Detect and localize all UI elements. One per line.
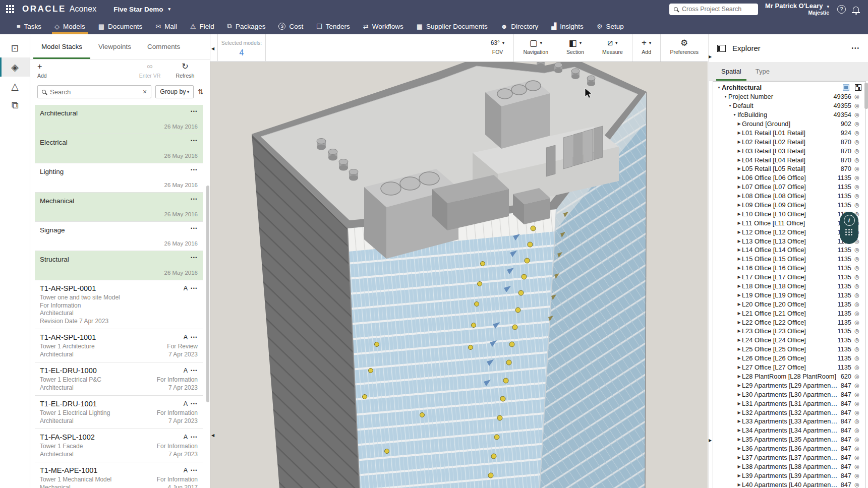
feedback-widget[interactable]: i bbox=[840, 212, 858, 244]
explorer-more-icon[interactable]: ••• bbox=[851, 45, 860, 51]
tree-node[interactable]: ▶L26 Office [L26 Office]1135◎ bbox=[713, 354, 865, 363]
stacks-search-box[interactable]: × bbox=[37, 85, 151, 98]
tree-node[interactable]: ▶L02 Retail [L02 Retail]870◎ bbox=[713, 137, 865, 146]
expand-arrow[interactable]: ▶ bbox=[736, 221, 742, 225]
isolate-checker-icon[interactable]: ▚ bbox=[855, 84, 861, 91]
visibility-eye-icon[interactable]: ◎ bbox=[853, 436, 861, 443]
visibility-eye-icon[interactable]: ◎ bbox=[853, 265, 861, 271]
partial-select-checkbox[interactable] bbox=[843, 84, 849, 91]
visibility-eye-icon[interactable]: ◎ bbox=[853, 373, 861, 380]
viewer-canvas[interactable] bbox=[210, 62, 708, 488]
tree-node[interactable]: ▶L06 Office [L06 Office]1135◎ bbox=[713, 173, 865, 182]
visibility-eye-icon[interactable]: ◎ bbox=[853, 111, 861, 118]
visibility-eye-icon[interactable]: ◎ bbox=[853, 355, 861, 361]
expand-arrow[interactable]: ▾ bbox=[716, 85, 722, 90]
expand-arrow[interactable]: ▶ bbox=[736, 266, 742, 270]
visibility-eye-icon[interactable]: ◎ bbox=[853, 174, 861, 181]
expand-arrow[interactable]: ▶ bbox=[736, 149, 742, 153]
expand-arrow[interactable]: ▶ bbox=[736, 374, 742, 379]
refresh-button[interactable]: ↻ Refresh bbox=[167, 63, 203, 80]
expand-arrow[interactable]: ▶ bbox=[736, 392, 742, 397]
nav-supplier-documents[interactable]: ▦Supplier Documents bbox=[410, 18, 494, 34]
tree-node[interactable]: ▶L25 Office [L25 Office]1135◎ bbox=[713, 345, 865, 354]
visibility-eye-icon[interactable]: ◎ bbox=[853, 193, 861, 199]
tree-node[interactable]: ▾IfcBuilding49354◎ bbox=[713, 110, 865, 119]
tree-scrollbar[interactable] bbox=[864, 83, 868, 109]
expand-explorer-icon[interactable]: ▶ bbox=[709, 54, 712, 59]
add-tool[interactable]: +▾Add bbox=[632, 34, 660, 62]
tree-node[interactable]: ▾Project Number49356◎ bbox=[713, 92, 865, 101]
expand-arrow[interactable]: ▶ bbox=[736, 140, 742, 144]
expand-arrow[interactable]: ▶ bbox=[736, 158, 742, 162]
tree-node[interactable]: ▶L23 Office [L23 Office]1135◎ bbox=[713, 327, 865, 336]
visibility-eye-icon[interactable]: ◎ bbox=[853, 418, 861, 424]
collapse-panel-icon[interactable] bbox=[717, 45, 726, 52]
expand-arrow[interactable]: ▾ bbox=[727, 103, 733, 108]
visibility-eye-icon[interactable]: ◎ bbox=[853, 247, 861, 253]
expand-arrow[interactable]: ▶ bbox=[736, 293, 742, 297]
visibility-eye-icon[interactable]: ◎ bbox=[853, 157, 861, 163]
document-more-icon[interactable]: ••• bbox=[191, 335, 198, 340]
visibility-eye-icon[interactable]: ◎ bbox=[853, 148, 861, 154]
expand-arrow[interactable]: ▶ bbox=[736, 194, 742, 198]
expand-arrow[interactable]: ▾ bbox=[723, 94, 728, 99]
tree-node[interactable]: ▶L19 Office [L19 Office]1135◎ bbox=[713, 290, 865, 299]
document-card[interactable]: T1-AR-SPL-0001A•••Tower one and two site… bbox=[35, 280, 203, 329]
visibility-eye-icon[interactable]: ◎ bbox=[853, 445, 861, 452]
tree-node[interactable]: ▶L24 Office [L24 Office]1135◎ bbox=[713, 336, 865, 345]
enter-vr-button[interactable]: ∞ Enter VR bbox=[132, 63, 167, 80]
tree-node[interactable]: ▶L34 Apartments [L34 Apartments]847◎ bbox=[713, 426, 865, 435]
tree-node[interactable]: ▶L33 Apartments [L33 Apartments]847◎ bbox=[713, 417, 865, 426]
visibility-eye-icon[interactable]: ◎ bbox=[853, 202, 861, 208]
navigation-tool[interactable]: ▢▾Navigation bbox=[513, 34, 557, 62]
visibility-eye-icon[interactable]: ◎ bbox=[853, 165, 861, 172]
visibility-eye-icon[interactable]: ◎ bbox=[853, 130, 861, 136]
nav-cost[interactable]: $Cost bbox=[272, 18, 310, 34]
user-menu[interactable]: Mr Patrick O'Leary▾ Majestic bbox=[765, 3, 829, 16]
selected-models-count[interactable]: 4 bbox=[218, 48, 265, 57]
fov-control[interactable]: 63°▾ FOV bbox=[482, 34, 514, 62]
sort-icon[interactable]: ⇅ bbox=[198, 88, 204, 96]
explorer-tab-type[interactable]: Type bbox=[748, 62, 777, 81]
expand-arrow[interactable]: ▶ bbox=[736, 175, 742, 180]
expand-arrow[interactable]: ▶ bbox=[736, 239, 742, 243]
building-model[interactable] bbox=[210, 62, 708, 488]
expand-arrow[interactable]: ▶ bbox=[736, 311, 742, 316]
expand-arrow[interactable]: ▶ bbox=[736, 428, 742, 433]
stack-card[interactable]: Mechanical•••26 May 2016 bbox=[35, 193, 203, 222]
document-card[interactable]: T1-EL-DRU-1001A•••Tower 1 Electrical Lig… bbox=[35, 396, 203, 429]
expand-arrow[interactable]: ▶ bbox=[736, 437, 742, 442]
collapse-left-panel-icon[interactable]: ◀ bbox=[211, 46, 214, 51]
document-card[interactable]: T1-EL-DRU-1000A•••Tower 1 Electrical P&C… bbox=[35, 362, 203, 396]
stack-card[interactable]: Lighting•••26 May 2016 bbox=[35, 163, 203, 193]
visibility-eye-icon[interactable]: ◎ bbox=[853, 427, 861, 434]
tab-model-stacks[interactable]: Model Stacks bbox=[33, 34, 90, 59]
project-switcher[interactable]: Five Star Demo ▾ bbox=[113, 6, 170, 13]
stacks-search-input[interactable] bbox=[50, 88, 139, 96]
visibility-eye-icon[interactable]: ◎ bbox=[853, 391, 861, 398]
document-more-icon[interactable]: ••• bbox=[191, 368, 198, 373]
visibility-eye-icon[interactable]: ◎ bbox=[853, 328, 861, 334]
expand-arrow[interactable]: ▶ bbox=[736, 329, 742, 333]
nav-mail[interactable]: ✉Mail bbox=[149, 18, 184, 34]
expand-arrow[interactable]: ▶ bbox=[736, 131, 742, 135]
tree-node[interactable]: ▶L30 Apartments [L30 Apartments]847◎ bbox=[713, 390, 865, 399]
visibility-eye-icon[interactable]: ◎ bbox=[853, 256, 861, 262]
expand-arrow[interactable]: ▶ bbox=[736, 212, 742, 216]
nav-directory[interactable]: ☻Directory bbox=[494, 18, 545, 34]
expand-arrow[interactable]: ▶ bbox=[736, 284, 742, 288]
notifications-bell-icon[interactable] bbox=[853, 7, 859, 12]
tree-node[interactable]: ▶L36 Apartments [L36 Apartments]847◎ bbox=[713, 444, 865, 453]
expand-arrow[interactable]: ▶ bbox=[736, 365, 742, 370]
visibility-eye-icon[interactable]: ◎ bbox=[853, 364, 861, 371]
stack-card[interactable]: Architectural•••26 May 2016 bbox=[35, 105, 203, 134]
stack-more-icon[interactable]: ••• bbox=[191, 167, 198, 172]
preferences-tool[interactable]: ⚙Preferences bbox=[660, 34, 708, 62]
tree-node[interactable]: ▶L15 Office [L15 Office]1135◎ bbox=[713, 255, 865, 264]
stack-more-icon[interactable]: ••• bbox=[191, 109, 198, 114]
tree-node[interactable]: ▶L03 Retail [L03 Retail]870◎ bbox=[713, 146, 865, 155]
tree-node[interactable]: ▶L29 Apartments [L29 Apartments]847◎ bbox=[713, 381, 865, 390]
visibility-eye-icon[interactable]: ◎ bbox=[853, 481, 861, 488]
document-more-icon[interactable]: ••• bbox=[191, 286, 198, 291]
document-card[interactable]: T1-ME-APE-1001A•••Tower 1 Mechanical Mod… bbox=[35, 462, 203, 488]
